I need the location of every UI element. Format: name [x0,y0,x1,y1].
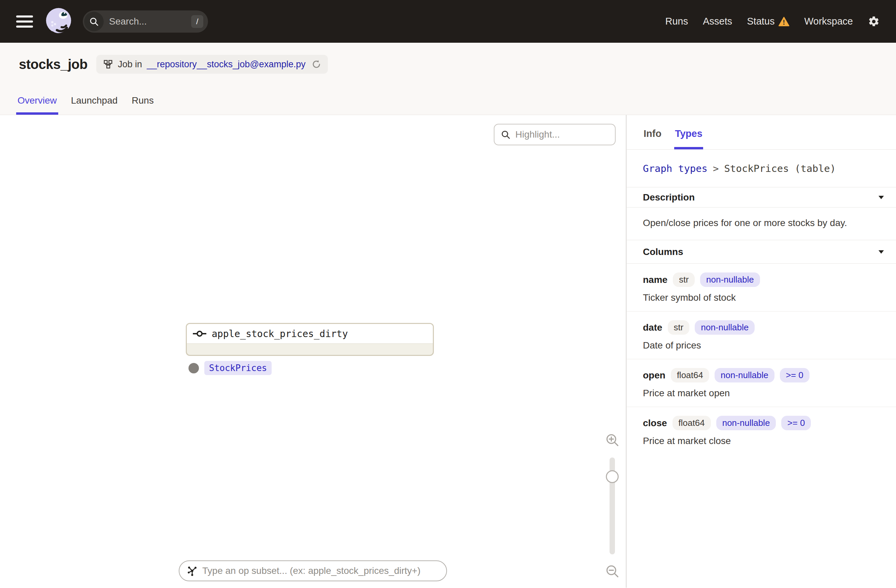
constraint-chip: non-nullable [716,416,776,430]
sidebar-tab-info[interactable]: Info [643,128,662,149]
search-icon [84,12,104,31]
search-input[interactable] [104,16,191,27]
column-row-open: open float64 non-nullable >= 0 Price at … [627,359,896,407]
nav-links: Runs Assets Status Workspace [666,16,853,27]
constraint-chip: >= 0 [780,368,809,383]
search-icon [500,129,510,140]
zoom-in-icon[interactable] [603,433,622,447]
zoom-slider-track[interactable] [610,457,615,555]
graph-canvas[interactable]: apple_stock_prices_dirty StockPrices [0,115,627,588]
breadcrumb: Graph types > StockPrices (table) [627,150,896,187]
highlight-search [494,124,616,145]
type-chip: float64 [671,368,709,383]
column-description: Ticker symbol of stock [643,292,880,303]
nav-item-status[interactable]: Status [747,16,789,27]
nav-item-workspace[interactable]: Workspace [804,16,853,27]
type-chip: str [668,320,690,335]
sidebar-tab-types[interactable]: Types [674,128,703,149]
op-node-apple-stock-prices-dirty[interactable]: apple_stock_prices_dirty [186,323,434,356]
zoom-controls [603,433,622,579]
constraint-chip: non-nullable [695,320,754,335]
sidebar-tabs: Info Types [627,115,896,150]
type-color-dot [189,363,199,374]
global-search: / [83,11,208,33]
column-row-name: name str non-nullable Ticker symbol of s… [627,264,896,311]
slash-shortcut-key: / [191,15,203,28]
nav-item-assets[interactable]: Assets [703,16,732,27]
right-sidebar: Info Types Graph types > StockPrices (ta… [627,115,896,588]
breadcrumb-separator: > [713,163,719,174]
highlight-input[interactable] [510,129,609,140]
dagster-logo-icon[interactable] [43,5,75,38]
constraint-chip: non-nullable [700,272,760,287]
page-title: stocks_job [19,57,87,72]
reload-icon[interactable] [312,59,321,69]
column-description: Price at market close [643,436,880,447]
column-row-close: close float64 non-nullable >= 0 Price at… [627,407,896,454]
column-row-date: date str non-nullable Date of prices [627,311,896,359]
type-chip: float64 [672,416,711,430]
constraint-chip: >= 0 [781,416,811,430]
tab-launchpad[interactable]: Launchpad [70,95,119,115]
chevron-down-icon [878,249,885,254]
description-section-header[interactable]: Description [627,187,896,208]
op-subset-input[interactable] [198,565,439,576]
top-nav: / Runs Assets Status Workspace [0,0,896,43]
type-chip: str [673,272,695,287]
column-description: Price at market open [643,388,880,399]
columns-section-header[interactable]: Columns [627,240,896,264]
job-file-link[interactable]: __repository__stocks_job@example.py [147,59,306,70]
page-header: stocks_job Job in __repository__stocks_j… [0,43,896,115]
tab-overview[interactable]: Overview [16,95,58,115]
hamburger-menu-icon[interactable] [16,15,33,27]
warning-triangle-icon [779,17,789,27]
chevron-down-icon [878,195,885,200]
op-node-title: apple_stock_prices_dirty [212,328,348,339]
job-graph-icon [103,59,113,69]
breadcrumb-current: StockPrices (table) [724,163,836,174]
nav-item-runs[interactable]: Runs [666,16,688,27]
job-view-tabs: Overview Launchpad Runs [16,95,155,115]
job-origin-tag: Job in __repository__stocks_job@example.… [96,55,328,74]
breadcrumb-graph-types-link[interactable]: Graph types [643,163,707,174]
zoom-slider-handle[interactable] [606,470,619,483]
constraint-chip: non-nullable [715,368,774,383]
type-tag-stockprices[interactable]: StockPrices [204,361,272,375]
settings-gear-icon[interactable] [868,15,880,27]
zoom-out-icon[interactable] [603,564,622,579]
job-tag-prefix: Job in [118,59,142,70]
op-subset-filter [179,561,447,581]
column-description: Date of prices [643,340,880,351]
op-selector-icon [187,565,198,576]
description-text: Open/close prices for one or more stocks… [627,208,896,240]
op-icon [193,330,206,337]
tab-runs[interactable]: Runs [130,95,155,115]
